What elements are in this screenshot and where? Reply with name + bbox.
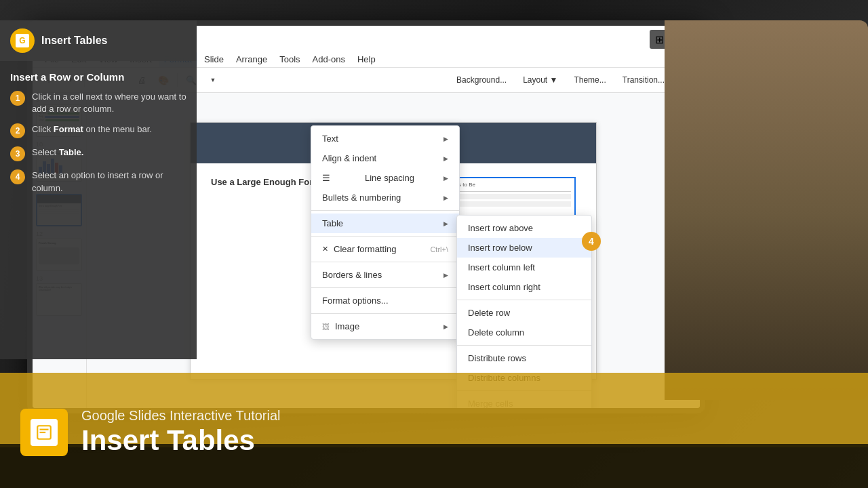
panel-title: Insert Tables bbox=[41, 35, 108, 47]
background-btn[interactable]: Background... bbox=[450, 73, 513, 87]
insert-row-below[interactable]: Insert row below bbox=[457, 238, 591, 258]
dropdown-bullets-label: Bullets & numbering bbox=[322, 192, 401, 203]
dropdown-linespacing[interactable]: ☰ Line spacing bbox=[311, 168, 459, 188]
dropdown-borders[interactable]: Borders & lines bbox=[311, 265, 459, 285]
bottom-content: Google Slides Interactive Tutorial Inser… bbox=[0, 376, 868, 488]
dropdown-image[interactable]: 🖼 Image bbox=[311, 317, 459, 336]
dropdown-formatoptions[interactable]: Format options... bbox=[311, 291, 459, 310]
step-4-text: Select an option to insert a row or colu… bbox=[32, 169, 186, 194]
dropdown-linespacing-label: Line spacing bbox=[365, 173, 414, 183]
dropdown-image-label: Image bbox=[335, 321, 359, 331]
dropdown-align[interactable]: Align & indent bbox=[311, 148, 459, 168]
step-2-text: Click Format on the menu bar. bbox=[32, 123, 152, 136]
menu-arrange[interactable]: Arrange bbox=[231, 52, 273, 67]
image-icon: 🖼 bbox=[322, 323, 330, 331]
menu-addons[interactable]: Add-ons bbox=[307, 52, 351, 67]
panel-content: Insert a Row or Column 1 Click in a cell… bbox=[0, 61, 197, 213]
svg-rect-2 bbox=[40, 431, 46, 432]
dropdown-clearformat-label: Clear formatting bbox=[334, 244, 396, 254]
dropdown-sep-2 bbox=[311, 236, 459, 237]
menu-tools[interactable]: Tools bbox=[274, 52, 305, 67]
format-dropdown: Text Align & indent ☰ Line spacing Bulle… bbox=[311, 125, 460, 340]
instruction-panel: G Insert Tables Insert a Row or Column 1… bbox=[0, 20, 197, 359]
bottom-logo bbox=[20, 409, 68, 456]
clear-format-icon: ✕ bbox=[322, 245, 328, 253]
dropdown-spacing-icon: ☰ bbox=[322, 173, 330, 183]
step-4: 4 Select an option to insert a row or co… bbox=[10, 169, 186, 194]
step-3: 3 Select Table. bbox=[10, 146, 186, 161]
dropdown-bullets[interactable]: Bullets & numbering bbox=[311, 188, 459, 207]
step-1: 1 Click in a cell next to where you want… bbox=[10, 91, 186, 115]
g-icon: G bbox=[19, 36, 25, 45]
toolbar-right: Background... Layout ▼ Theme... Transiti… bbox=[450, 70, 693, 89]
bottom-subtitle: Google Slides Interactive Tutorial bbox=[81, 408, 281, 424]
clear-format-shortcut: Ctrl+\ bbox=[430, 245, 448, 253]
step-4-badge: 4 bbox=[582, 232, 601, 251]
layout-btn[interactable]: Layout ▼ bbox=[516, 73, 564, 87]
zoom-dropdown[interactable]: ▼ bbox=[203, 70, 222, 89]
step-1-num: 1 bbox=[10, 91, 25, 106]
person-silhouette bbox=[665, 20, 868, 400]
dropdown-formatoptions-label: Format options... bbox=[322, 296, 389, 306]
delete-row[interactable]: Delete row bbox=[457, 303, 591, 323]
bottom-logo-icon bbox=[31, 419, 58, 446]
theme-btn[interactable]: Theme... bbox=[567, 73, 612, 87]
transition-btn[interactable]: Transition... bbox=[616, 73, 671, 87]
step-3-text: Select Table. bbox=[32, 146, 83, 159]
dropdown-clearformat[interactable]: ✕ Clear formatting Ctrl+\ bbox=[311, 239, 459, 259]
insert-column-right[interactable]: Insert column right bbox=[457, 277, 591, 297]
distribute-rows[interactable]: Distribute rows bbox=[457, 348, 591, 368]
panel-logo: G bbox=[10, 28, 35, 53]
dropdown-sep-3 bbox=[311, 262, 459, 262]
dropdown-sep-5 bbox=[311, 313, 459, 314]
dropdown-sep-1 bbox=[311, 210, 459, 211]
menu-help[interactable]: Help bbox=[352, 52, 381, 67]
step-2: 2 Click Format on the menu bar. bbox=[10, 123, 186, 138]
dropdown-text[interactable]: Text bbox=[311, 129, 459, 148]
panel-logo-inner: G bbox=[16, 34, 29, 47]
dropdown-table-label: Table bbox=[322, 218, 343, 228]
dropdown-table[interactable]: Table bbox=[311, 214, 459, 233]
dropdown-text-label: Text bbox=[322, 134, 338, 144]
dropdown-align-label: Align & indent bbox=[322, 153, 376, 163]
step-4-num: 4 bbox=[10, 169, 25, 184]
panel-header: G Insert Tables bbox=[0, 20, 197, 61]
step-3-num: 3 bbox=[10, 146, 25, 161]
bottom-main-title: Insert Tables bbox=[81, 425, 281, 456]
dropdown-borders-label: Borders & lines bbox=[322, 270, 382, 280]
step-1-text: Click in a cell next to where you want t… bbox=[32, 91, 186, 115]
instruction-title: Insert a Row or Column bbox=[10, 71, 186, 83]
submenu-sep-1 bbox=[457, 300, 591, 300]
bottom-text: Google Slides Interactive Tutorial Inser… bbox=[81, 408, 281, 456]
slide-text: Use a Large Enough Font bbox=[211, 177, 317, 192]
bottom-overlay: Google Slides Interactive Tutorial Inser… bbox=[0, 373, 868, 488]
svg-rect-1 bbox=[40, 428, 49, 430]
submenu-sep-2 bbox=[457, 345, 591, 346]
delete-column[interactable]: Delete column bbox=[457, 323, 591, 342]
insert-row-above[interactable]: Insert row above bbox=[457, 218, 591, 238]
step-2-num: 2 bbox=[10, 123, 25, 138]
menu-slide[interactable]: Slide bbox=[199, 52, 229, 67]
insert-column-left[interactable]: Insert column left bbox=[457, 258, 591, 277]
dropdown-sep-4 bbox=[311, 287, 459, 288]
